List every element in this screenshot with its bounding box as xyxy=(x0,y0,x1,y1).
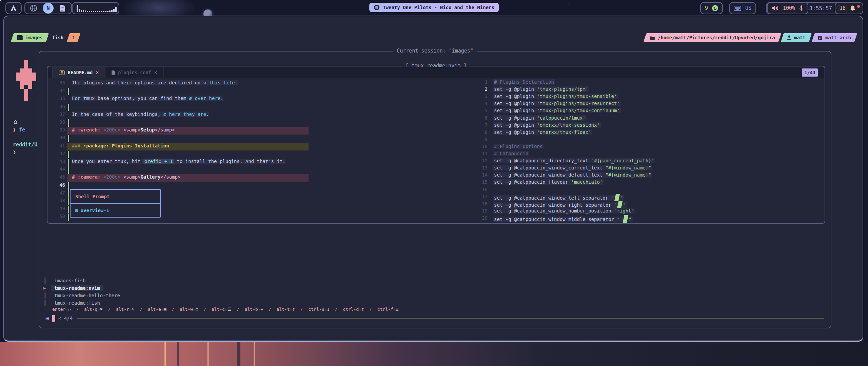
microphone-icon xyxy=(799,5,804,12)
tmux-window-index[interactable]: 1 xyxy=(67,33,81,42)
editor-line: set -g @catppuccin_window_current_text "… xyxy=(493,165,652,170)
tmux-user-segment: matt xyxy=(781,33,812,42)
session-preview: [ tmux-readme:nvim ] M README.md × plugi… xyxy=(47,66,825,224)
line-number: 2 xyxy=(477,86,488,94)
audio-visualizer-widget xyxy=(72,2,119,14)
floor-streak xyxy=(254,342,255,366)
editor-line: set -g @plugin 'omerxx/tmux-sessionx' xyxy=(493,122,601,128)
floor-streak xyxy=(177,342,179,366)
sessionx-popup: Current session: "images" [ tmux-readme:… xyxy=(39,51,831,328)
editor-line: set -g @catppuccin_window_middle_separat… xyxy=(493,215,633,223)
editor-line: set -g @plugin 'tmux-plugins/tmux-contin… xyxy=(493,108,621,113)
popup-title: Current session: "images" xyxy=(393,48,477,54)
line-number: 1 xyxy=(477,79,488,86)
line-number: 17 xyxy=(477,194,488,201)
wallpaper-floor xyxy=(0,342,868,366)
clock-time: 13:55:57 xyxy=(806,5,832,12)
spotify-icon xyxy=(374,4,380,11)
line-number: 14 xyxy=(477,172,488,179)
host-icon xyxy=(818,36,823,40)
notification-count: 18 xyxy=(840,5,846,11)
line-number: 18 xyxy=(477,201,488,208)
md-table: Shell Prompt⊡overview-1 xyxy=(70,189,161,218)
grid-icon: ⊞ xyxy=(45,315,49,322)
floor-streak xyxy=(237,342,240,366)
text-cursor xyxy=(52,315,55,322)
taskbar-apps: N xyxy=(24,2,72,14)
wallpaper-stars xyxy=(0,0,1,1)
tmux-window-name[interactable]: fish xyxy=(52,35,64,40)
volume-level: 100% xyxy=(783,5,795,11)
line-number: 7 xyxy=(477,122,488,129)
current-path: /home/matt/Pictures/reddit/Upvoted/gojir… xyxy=(658,35,775,40)
editor-line: set -g @plugin 'tmux-plugins/tmux-sensib… xyxy=(493,94,618,99)
neovim-icon[interactable]: N xyxy=(43,3,54,14)
session-list-item[interactable]: ▶tmux-readme:nvim xyxy=(43,284,103,292)
line-number: 20 xyxy=(477,215,488,222)
search-prompt[interactable]: ⊞ < 4/4 xyxy=(45,314,824,322)
md-table-row: Shell Prompt xyxy=(71,190,160,203)
pixel-art xyxy=(16,60,36,101)
session-list-item[interactable]: images:fish xyxy=(43,277,89,284)
hostname: matt-arch xyxy=(825,35,851,40)
username: matt xyxy=(794,35,806,40)
line-number: 12 xyxy=(477,158,488,165)
editor-line: set -g @catppuccin_window_left_separator… xyxy=(493,194,624,201)
editor-line: # Catppuccin xyxy=(493,151,529,156)
keyboard-layout: US xyxy=(745,5,751,11)
update-icon: ↻ xyxy=(712,5,718,11)
line-number: 4 xyxy=(477,101,488,108)
line-number: 6 xyxy=(477,115,488,122)
editor-line: set -g @catppuccin_flavour 'macchiato' xyxy=(493,179,604,185)
updates-count: 9 xyxy=(705,5,708,11)
browser-icon[interactable] xyxy=(29,4,38,13)
keyboard-layout-widget[interactable]: US xyxy=(729,2,756,14)
prompt-command: fe xyxy=(19,127,25,133)
floor-streak xyxy=(208,342,209,366)
session-list-item[interactable]: tmux-readme:fish xyxy=(43,299,103,307)
now-playing-title: Twenty One Pilots - Nico and the Niners xyxy=(383,5,494,10)
tmux-status-bar: ❯_ images fish 1 /home/matt/Pictures/red… xyxy=(12,33,856,42)
right-pane: 1# Plugins Declaration2set -g @plugin 't… xyxy=(47,66,825,223)
editor-line: set -g @catppuccin_window_number_positio… xyxy=(493,208,635,214)
editor-line: set -g @plugin 'tmux-plugins/tpm' xyxy=(493,86,589,92)
notifications-widget[interactable]: 18 xyxy=(835,2,863,14)
prompt-divider xyxy=(77,318,824,319)
volume-widget[interactable]: 100% xyxy=(767,2,808,14)
match-counter: < 4/4 xyxy=(58,316,73,321)
editor-line: set -g @catppuccin_window_default_text "… xyxy=(493,172,652,178)
document-app-icon[interactable] xyxy=(58,4,67,13)
line-number: 16 xyxy=(477,187,488,194)
terminal-icon: ❯_ xyxy=(17,35,23,40)
line-number: 5 xyxy=(477,108,488,115)
prompt-directory: reddit/U xyxy=(13,142,37,148)
keyboard-icon xyxy=(734,6,741,11)
md-table-row: ⊡overview-1 xyxy=(71,203,160,217)
launcher-button[interactable] xyxy=(5,2,22,14)
line-number: 3 xyxy=(477,94,488,101)
prompt-chevron: ❯ xyxy=(13,127,16,133)
line-number: 19 xyxy=(477,208,488,215)
window-index-number: 1 xyxy=(72,35,75,40)
user-icon xyxy=(787,35,791,40)
line-number: 10 xyxy=(477,144,488,151)
home-icon: ⌂ xyxy=(14,118,17,125)
line-number: 13 xyxy=(477,165,488,172)
audio-visualizer xyxy=(77,4,117,12)
shell-prompt-line: ❯ fe xyxy=(13,127,25,133)
keybind-hints: enter=↵ / alt-q=✖ / alt-r=✎ / alt-e=▣ / … xyxy=(52,307,398,312)
tmux-host-segment: matt-arch xyxy=(812,33,857,42)
bell-icon xyxy=(850,5,856,12)
line-number: 9 xyxy=(477,137,488,144)
line-number: 11 xyxy=(477,151,488,158)
tmux-session-tab[interactable]: ❯_ images xyxy=(11,33,49,42)
media-player-widget[interactable]: Twenty One Pilots - Nico and the Niners xyxy=(369,3,499,12)
editor-line: set -g @plugin 'tmux-plugins/tmux-resurr… xyxy=(493,101,621,106)
floor-streak xyxy=(164,342,166,366)
prompt-chevron2[interactable]: ❯ xyxy=(13,149,16,155)
notification-dot xyxy=(857,5,860,8)
terminal-window: ❯_ images fish 1 /home/matt/Pictures/red… xyxy=(3,16,863,342)
updates-widget[interactable]: 9 ↻ xyxy=(700,2,723,14)
editor-line: set -g @plugin 'catppuccin/tmux' xyxy=(493,115,587,121)
session-list-item[interactable]: tmux-readme:hello-there xyxy=(43,292,123,299)
